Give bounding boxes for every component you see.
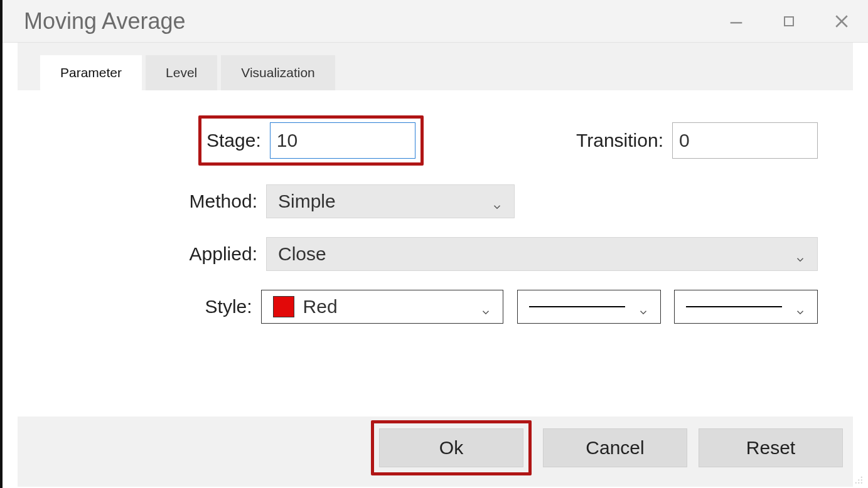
style-label: Style: [53,296,261,317]
window-controls [725,10,853,33]
stage-input[interactable] [270,122,415,159]
parameter-panel: Stage: Transition: Method: Simple [18,90,853,416]
stage-highlight: Stage: [198,115,424,166]
svg-point-8 [858,482,859,484]
tab-level[interactable]: Level [146,55,217,90]
applied-select[interactable]: Close [266,237,818,271]
ok-highlight: Ok [371,420,532,475]
title-bar: Moving Average [3,0,868,43]
row-applied: Applied: Close [53,237,818,271]
chevron-down-icon [480,301,491,312]
dialog-window: Moving Average Parameter Level Visualiza… [0,0,868,488]
chevron-down-icon [795,248,806,260]
window-title: Moving Average [24,8,186,34]
ok-button[interactable]: Ok [379,428,523,467]
svg-point-4 [861,477,862,478]
cancel-button[interactable]: Cancel [543,428,687,467]
resize-grip-icon[interactable] [852,473,863,484]
minimize-button[interactable] [725,10,747,33]
line-dash-sample [529,306,625,307]
applied-label: Applied: [53,243,266,265]
row-method: Method: Simple [53,184,818,218]
reset-button[interactable]: Reset [699,428,843,467]
method-value: Simple [278,191,336,212]
maximize-button[interactable] [778,10,800,33]
tab-strip: Parameter Level Visualization [18,43,853,90]
chevron-down-icon [795,301,806,312]
line-width-sample [686,306,782,307]
button-bar: Ok Cancel Reset [18,416,853,487]
close-button[interactable] [830,10,853,33]
stage-label: Stage: [206,130,270,151]
row-stage-transition: Stage: Transition: [53,115,818,166]
tab-visualization[interactable]: Visualization [221,55,335,90]
svg-rect-1 [785,17,793,26]
chevron-down-icon [491,196,503,207]
svg-point-6 [861,479,862,480]
method-select[interactable]: Simple [266,184,515,218]
row-style: Style: Red [53,290,818,324]
applied-value: Close [278,243,326,265]
style-line-dash-select[interactable] [517,290,661,324]
transition-label: Transition: [576,130,672,151]
style-line-width-select[interactable] [674,290,818,324]
style-color-select[interactable]: Red [261,290,504,324]
svg-point-7 [855,482,857,484]
color-swatch [273,296,294,317]
method-label: Method: [53,191,266,212]
dialog-body: Parameter Level Visualization Stage: Tra… [18,43,853,416]
style-color-name: Red [303,296,338,317]
tab-parameter[interactable]: Parameter [40,55,142,90]
svg-point-9 [861,482,862,484]
chevron-down-icon [638,301,649,312]
svg-point-5 [858,479,859,480]
transition-input[interactable] [672,122,818,159]
